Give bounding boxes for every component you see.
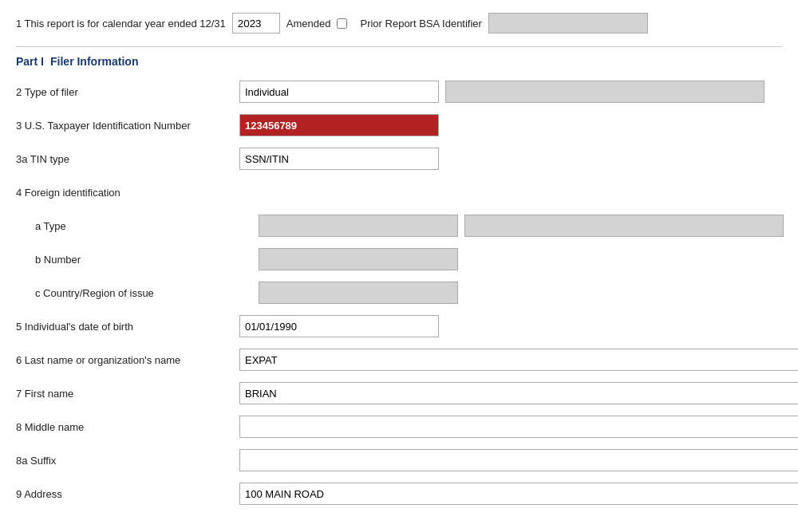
row-tin: 3 U.S. Taxpayer Identification Number <box>16 112 782 138</box>
row-foreign-country: c Country/Region of issue <box>16 280 782 305</box>
row5-label: 5 Individual's date of birth <box>16 321 239 333</box>
row-suffix: 8a Suffix <box>16 447 782 473</box>
row4-num: 4 <box>16 187 22 199</box>
row2-label: 2 Type of filer <box>16 86 239 98</box>
tin-type-field[interactable] <box>239 148 439 170</box>
part-label: Part I <box>16 55 44 68</box>
row3-label: 3 U.S. Taxpayer Identification Number <box>16 120 239 132</box>
row5-text: Individual's date of birth <box>25 321 133 333</box>
row5-fields <box>239 315 439 337</box>
row7-label: 7 First name <box>16 388 239 400</box>
row4a-text: a Type <box>35 220 66 232</box>
foreign-type-extra[interactable] <box>464 215 784 237</box>
row3a-text: TIN type <box>30 153 69 165</box>
row-tin-type: 3a TIN type <box>16 146 782 171</box>
part-title: Filer Information <box>50 55 138 68</box>
row4c-text: c Country/Region of issue <box>35 287 154 299</box>
row4b-text: b Number <box>35 254 81 266</box>
middle-name-field[interactable] <box>239 416 798 438</box>
tin-field[interactable] <box>239 114 439 136</box>
row-first-name: 7 First name <box>16 380 782 406</box>
row2-fields <box>239 81 764 103</box>
row6-text: Last name or organization's name <box>25 354 180 366</box>
row7-fields <box>239 382 798 404</box>
row4c-fields <box>259 282 458 304</box>
row8a-fields <box>239 449 798 471</box>
row7-num: 7 <box>16 388 22 400</box>
type-of-filer-field[interactable] <box>239 81 439 103</box>
row-last-name: 6 Last name or organization's name <box>16 347 782 372</box>
row-address: 9 Address <box>16 481 782 506</box>
row8-fields <box>239 416 798 438</box>
row7-text: First name <box>25 388 73 400</box>
row-type-of-filer: 2 Type of filer <box>16 79 782 104</box>
row8a-num: 8a <box>16 455 27 467</box>
row1-label: 1 This report is for calendar year ended… <box>16 18 226 30</box>
row9-fields <box>239 483 798 505</box>
type-of-filer-extra[interactable] <box>445 81 764 103</box>
row3-text: U.S. Taxpayer Identification Number <box>25 120 191 132</box>
row8-text: Middle name <box>25 421 84 433</box>
row4c-label: c Country/Region of issue <box>35 287 259 299</box>
row3a-label: 3a TIN type <box>16 153 239 165</box>
row3-num: 3 <box>16 120 22 132</box>
foreign-type-field[interactable] <box>259 215 458 237</box>
row4a-label: a Type <box>35 220 259 232</box>
row-foreign-type: a Type <box>16 213 782 238</box>
row9-text: Address <box>24 488 62 500</box>
row9-label: 9 Address <box>16 488 239 500</box>
suffix-field[interactable] <box>239 449 798 471</box>
row3a-fields <box>239 148 439 170</box>
foreign-number-field[interactable] <box>259 248 458 270</box>
row8-num: 8 <box>16 421 22 433</box>
row-foreign-id: 4 Foreign identification <box>16 179 782 205</box>
amended-label: Amended <box>286 18 331 30</box>
row6-label: 6 Last name or organization's name <box>16 354 239 366</box>
address-field[interactable] <box>239 483 798 505</box>
row-dob: 5 Individual's date of birth <box>16 313 782 339</box>
row3a-num: 3a <box>16 153 27 165</box>
last-name-field[interactable] <box>239 349 798 371</box>
prior-bsa-label: Prior Report BSA Identifier <box>360 18 481 30</box>
amended-checkbox[interactable] <box>337 18 347 29</box>
row9-num: 9 <box>16 488 22 500</box>
row3-fields <box>239 114 439 136</box>
foreign-country-field[interactable] <box>259 282 458 304</box>
year-field[interactable] <box>232 13 280 33</box>
row-foreign-number: b Number <box>16 246 782 272</box>
row8a-text: Suffix <box>30 455 56 467</box>
row4-text: Foreign identification <box>25 187 120 199</box>
part-header: Part I Filer Information <box>16 46 782 68</box>
row6-num: 6 <box>16 354 22 366</box>
prior-bsa-field[interactable] <box>488 13 648 33</box>
row2-num: 2 <box>16 86 22 98</box>
row5-num: 5 <box>16 321 22 333</box>
row4-label: 4 Foreign identification <box>16 187 239 199</box>
form-container: 1 This report is for calendar year ended… <box>0 0 798 532</box>
dob-field[interactable] <box>239 315 439 337</box>
row2-text: Type of filer <box>25 86 78 98</box>
row4b-label: b Number <box>35 254 259 266</box>
row8-label: 8 Middle name <box>16 421 239 433</box>
first-name-field[interactable] <box>239 382 798 404</box>
row8a-label: 8a Suffix <box>16 455 239 467</box>
row-1: 1 This report is for calendar year ended… <box>16 13 782 33</box>
row6-fields <box>239 349 798 371</box>
row4b-fields <box>259 248 458 270</box>
row-middle-name: 8 Middle name <box>16 414 782 439</box>
row4a-fields <box>259 215 784 237</box>
